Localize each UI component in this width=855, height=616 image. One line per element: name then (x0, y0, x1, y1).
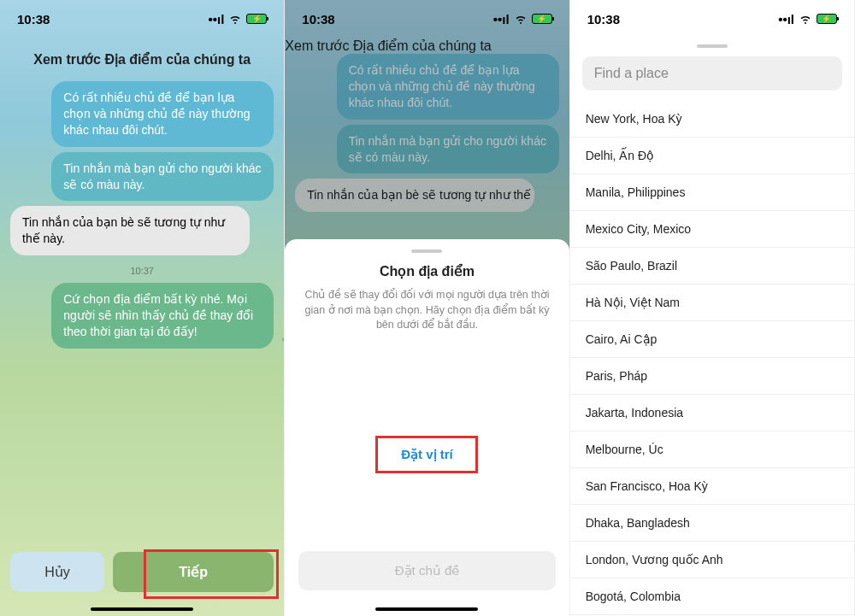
status-bar: 10:38 ••ıl ⚡ (570, 0, 854, 38)
battery-icon: ⚡ (817, 14, 837, 24)
status-bar: 10:38 ••ıl ⚡ (0, 0, 284, 38)
home-indicator[interactable] (375, 607, 478, 611)
list-item[interactable]: Dhaka, Bangladesh (570, 505, 854, 542)
list-item[interactable]: Delhi, Ấn Độ (570, 138, 854, 174)
status-icons: ••ıl ⚡ (778, 12, 837, 26)
sent-bubble: Cứ chọn địa điểm bất kỳ nhé. Mọi người s… (51, 283, 274, 349)
sheet-grabber[interactable] (411, 249, 442, 253)
list-item[interactable]: Melbourne, Úc (570, 431, 854, 468)
timestamp: 10:37 (10, 266, 274, 276)
list-item[interactable]: San Francisco, Hoa Kỳ (570, 468, 854, 505)
signal-icon: ••ıl (208, 12, 224, 26)
list-item[interactable]: Cairo, Ai Cập (570, 321, 854, 358)
cancel-button[interactable]: Hủy (10, 552, 104, 592)
list-item[interactable]: Jakarta, Indonesia (570, 395, 854, 431)
status-icons: ••ıl ⚡ (208, 12, 267, 26)
search-input[interactable]: Find a place (582, 56, 842, 91)
sheet-grabber[interactable] (697, 44, 728, 48)
battery-icon: ⚡ (246, 14, 267, 24)
status-bar: 10:38 ••ıl ⚡ (285, 0, 569, 38)
sent-bubble: Có rất nhiều chủ đề để bạn lựa chọn và n… (51, 81, 274, 147)
place-list: New York, Hoa Kỳ Delhi, Ấn Độ Manila, Ph… (570, 101, 854, 616)
battery-icon: ⚡ (532, 14, 552, 24)
sent-bubble: Tin nhắn mà bạn gửi cho người khác sẽ có… (51, 152, 274, 202)
list-item[interactable]: Mexico City, Mexico (570, 211, 854, 248)
list-item[interactable]: New York, Hoa Kỳ (570, 101, 854, 138)
highlight-box (144, 549, 279, 599)
list-item[interactable]: Bogotá, Colombia (570, 578, 854, 615)
screen-preview: 10:38 ••ıl ⚡ Xem trước Địa điểm của chún… (0, 0, 285, 616)
wifi-icon (228, 14, 242, 24)
chat-area: Có rất nhiều chủ đề để bạn lựa chọn và n… (0, 81, 284, 349)
list-item[interactable]: Hà Nội, Việt Nam (570, 285, 854, 321)
list-item[interactable]: Manila, Philippines (570, 174, 854, 211)
bottom-sheet: Chọn địa điểm Chủ đề sẽ thay đổi đối với… (285, 239, 569, 616)
page-title: Xem trước Địa điểm của chúng ta (0, 38, 284, 81)
sheet-description: Chủ đề sẽ thay đổi đối với mọi người dựa… (298, 288, 555, 333)
set-theme-button[interactable]: Đặt chủ đề (298, 551, 555, 590)
list-item[interactable]: Paris, Pháp (570, 358, 854, 395)
signal-icon: ••ıl (493, 12, 510, 26)
screen-choose-location: 10:38 ••ıl ⚡ Xem trước Địa điểm của chún… (285, 0, 569, 616)
status-time: 10:38 (587, 12, 620, 26)
home-indicator[interactable] (91, 607, 193, 611)
bubble-text: Cứ chọn địa điểm bất kỳ nhé. Mọi người s… (63, 292, 253, 338)
status-time: 10:38 (302, 12, 334, 26)
wifi-icon (514, 14, 528, 24)
list-item[interactable]: São Paulo, Brazil (570, 248, 854, 285)
status-icons: ••ıl ⚡ (493, 12, 552, 26)
wifi-icon (799, 14, 812, 24)
set-location-button[interactable]: Đặt vị trí (375, 436, 478, 473)
list-item[interactable]: London, Vương quốc Anh (570, 542, 854, 578)
screen-place-search: 10:38 ••ıl ⚡ Find a place New York, Hoa … (570, 0, 855, 616)
sheet-title: Chọn địa điểm (298, 263, 555, 279)
signal-icon: ••ıl (778, 12, 794, 26)
received-bubble: Tin nhắn của bạn bè sẽ tương tự như thế … (10, 206, 250, 255)
status-time: 10:38 (17, 12, 50, 26)
